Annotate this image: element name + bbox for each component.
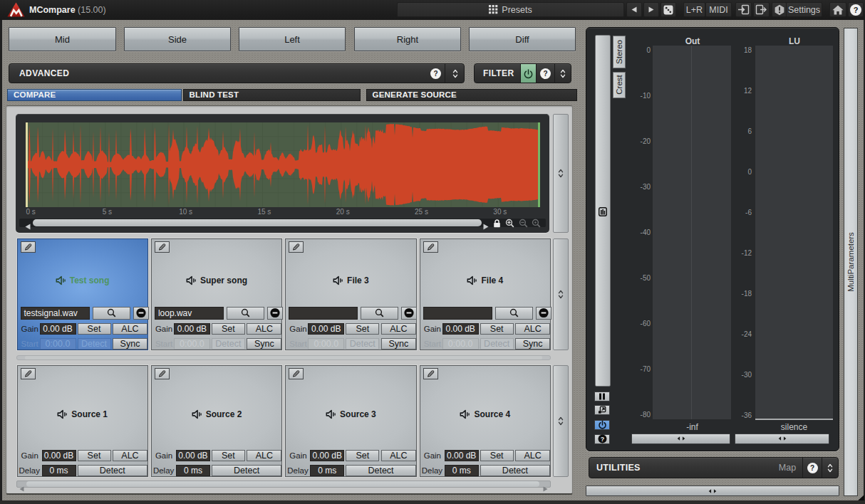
svg-text:?: ? [600, 436, 604, 443]
